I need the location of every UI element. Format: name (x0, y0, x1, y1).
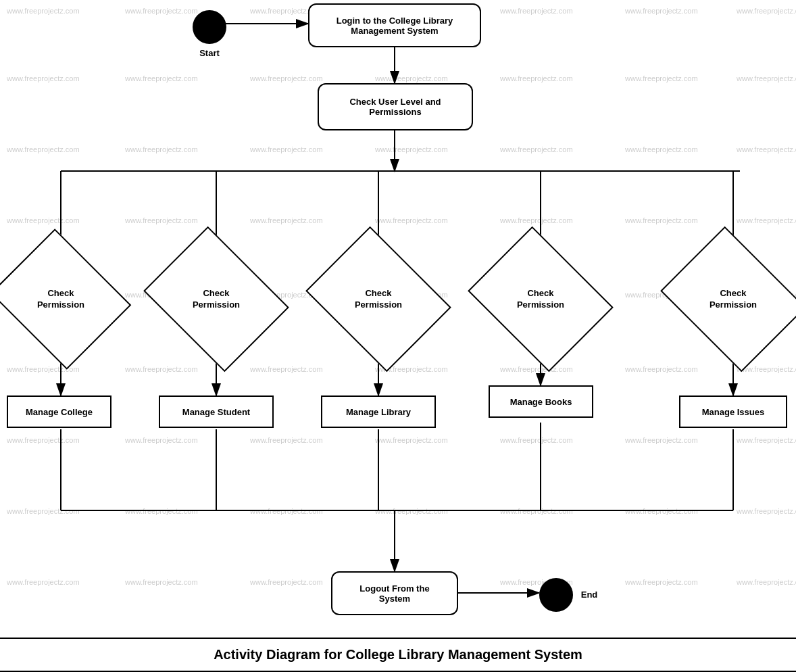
login-text: Login to the College LibraryManagement S… (337, 16, 453, 36)
manage-library-node: Manage Library (321, 395, 436, 428)
manage-issues-text: Manage Issues (702, 407, 765, 417)
manage-college-node: Manage College (7, 395, 111, 428)
end-node (539, 578, 573, 612)
check-perm-5-text: CheckPermission (710, 288, 757, 311)
check-perm-4-text: CheckPermission (517, 288, 564, 311)
title-text: Activity Diagram for College Library Man… (214, 647, 582, 662)
end-label: End (576, 585, 603, 604)
check-user-level-text: Check User Level andPermissions (349, 97, 441, 117)
check-perm-2-text: CheckPermission (193, 288, 240, 311)
start-node (193, 10, 226, 44)
login-node: Login to the College LibraryManagement S… (308, 3, 481, 47)
manage-books-text: Manage Books (510, 397, 572, 407)
check-perm-3-node: CheckPermission (321, 254, 436, 345)
check-perm-2-node: CheckPermission (159, 254, 274, 345)
check-perm-5-node: CheckPermission (676, 254, 791, 345)
manage-books-node: Manage Books (489, 385, 593, 418)
check-perm-1-text: CheckPermission (37, 288, 84, 311)
manage-student-text: Manage Student (182, 407, 250, 417)
diagram-title: Activity Diagram for College Library Man… (0, 638, 796, 672)
check-perm-3-text: CheckPermission (355, 288, 402, 311)
logout-text: Logout From theSystem (359, 583, 429, 604)
end-text: End (581, 590, 598, 600)
start-text: Start (199, 48, 220, 58)
manage-college-text: Manage College (26, 407, 93, 417)
check-perm-1-node: CheckPermission (7, 254, 115, 345)
manage-library-text: Manage Library (346, 407, 411, 417)
diagram-container: www.freeprojectz.com www.freeprojectz.co… (0, 0, 796, 672)
manage-student-node: Manage Student (159, 395, 274, 428)
manage-issues-node: Manage Issues (679, 395, 787, 428)
logout-node: Logout From theSystem (331, 571, 458, 615)
check-user-level-node: Check User Level andPermissions (318, 83, 473, 130)
check-perm-4-node: CheckPermission (483, 254, 598, 345)
start-label: Start (186, 46, 233, 59)
